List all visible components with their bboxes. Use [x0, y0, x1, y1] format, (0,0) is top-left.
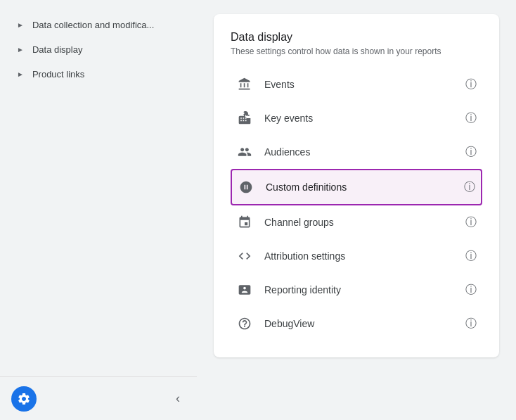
- chevron-icon: ►: [17, 21, 24, 29]
- attribution-help-icon[interactable]: ⓘ: [465, 249, 477, 264]
- channel-groups-help-icon[interactable]: ⓘ: [465, 215, 477, 230]
- card-subtitle: These settings control how data is shown…: [231, 46, 482, 56]
- debugview-help-icon[interactable]: ⓘ: [465, 317, 477, 331]
- data-display-card: Data display These settings control how …: [214, 14, 499, 357]
- attribution-label: Attribution settings: [264, 250, 454, 262]
- menu-list: Events ⓘ Key events ⓘ: [231, 68, 482, 341]
- menu-item-reporting-identity[interactable]: Reporting identity ⓘ: [231, 273, 482, 307]
- menu-item-channel-groups[interactable]: Channel groups ⓘ: [231, 205, 482, 239]
- reporting-identity-icon: [236, 281, 253, 298]
- main-content: Data display These settings control how …: [197, 0, 516, 420]
- key-events-label: Key events: [264, 113, 454, 124]
- menu-item-key-events[interactable]: Key events ⓘ: [231, 101, 482, 135]
- sidebar-item-data-display[interactable]: ► Data display: [0, 37, 197, 62]
- sidebar-footer: ‹: [0, 376, 197, 420]
- reporting-identity-help-icon[interactable]: ⓘ: [465, 283, 477, 298]
- menu-item-audiences[interactable]: Audiences ⓘ: [231, 135, 482, 169]
- sidebar: ► Data collection and modifica... ► Data…: [0, 0, 197, 420]
- menu-item-events[interactable]: Events ⓘ: [231, 68, 482, 101]
- sidebar-item-data-collection[interactable]: ► Data collection and modifica...: [0, 13, 197, 37]
- menu-item-debugview[interactable]: DebugView ⓘ: [231, 307, 482, 341]
- attribution-icon: [236, 248, 253, 265]
- custom-definitions-label: Custom definitions: [266, 182, 453, 193]
- custom-definitions-help-icon[interactable]: ⓘ: [464, 180, 475, 195]
- events-label: Events: [264, 79, 454, 90]
- collapse-button[interactable]: ‹: [170, 386, 186, 412]
- audiences-label: Audiences: [264, 146, 454, 158]
- events-help-icon[interactable]: ⓘ: [465, 77, 477, 92]
- card-title: Data display: [231, 31, 482, 44]
- chevron-icon: ►: [17, 70, 24, 78]
- sidebar-item-label: Data display: [32, 44, 83, 55]
- menu-item-attribution[interactable]: Attribution settings ⓘ: [231, 239, 482, 273]
- channel-groups-icon: [236, 214, 253, 231]
- sidebar-item-label: Product links: [32, 69, 84, 79]
- events-icon: [236, 76, 253, 93]
- audiences-icon: [236, 144, 253, 160]
- debugview-label: DebugView: [264, 318, 454, 329]
- key-events-help-icon[interactable]: ⓘ: [465, 111, 477, 126]
- sidebar-item-product-links[interactable]: ► Product links: [0, 62, 197, 87]
- key-events-icon: [236, 110, 253, 127]
- menu-item-custom-definitions[interactable]: Custom definitions ⓘ: [231, 169, 482, 205]
- settings-button[interactable]: [11, 386, 37, 412]
- chevron-icon: ►: [17, 46, 24, 53]
- sidebar-nav: ► Data collection and modifica... ► Data…: [0, 7, 197, 376]
- channel-groups-label: Channel groups: [264, 217, 454, 228]
- sidebar-item-label: Data collection and modifica...: [32, 20, 154, 30]
- gear-icon: [17, 392, 31, 406]
- audiences-help-icon[interactable]: ⓘ: [465, 145, 477, 160]
- debugview-icon: [236, 315, 253, 332]
- reporting-identity-label: Reporting identity: [264, 284, 454, 295]
- custom-definitions-icon: [238, 179, 254, 196]
